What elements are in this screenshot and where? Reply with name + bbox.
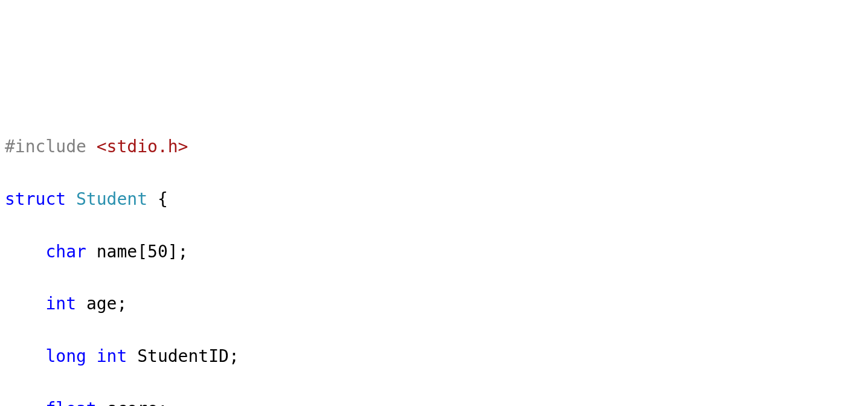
- number-literal: 50: [147, 242, 168, 262]
- code-block: #include <stdio.h> struct Student { char…: [5, 108, 863, 406]
- include-path: <stdio.h>: [97, 137, 188, 156]
- code-line: long int StudentID;: [5, 343, 863, 369]
- identifier: score: [107, 399, 158, 406]
- code-line: #include <stdio.h>: [5, 134, 863, 160]
- type-name: Student: [76, 189, 147, 209]
- code-line: struct Student {: [5, 186, 863, 212]
- keyword: int: [97, 346, 127, 366]
- keyword: struct: [5, 189, 66, 209]
- keyword: long: [45, 346, 86, 366]
- preprocessor: #include: [5, 137, 86, 156]
- code-line: char name[50];: [5, 239, 863, 265]
- keyword: int: [45, 294, 76, 314]
- keyword: char: [45, 242, 86, 262]
- code-line: int age;: [5, 291, 863, 317]
- code-line: float score;: [5, 396, 863, 406]
- identifier: name: [97, 242, 137, 262]
- keyword: float: [45, 399, 96, 406]
- identifier: StudentID: [137, 346, 229, 366]
- identifier: age: [86, 294, 117, 314]
